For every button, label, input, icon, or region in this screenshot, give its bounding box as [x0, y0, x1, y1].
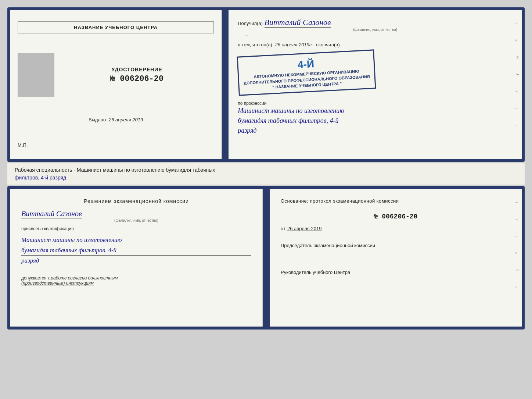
deco-dash-4: – — [515, 123, 519, 127]
specialty-underline-text: фильтров, 4-й разряд — [15, 175, 66, 181]
mp-label: М.П. — [18, 142, 28, 148]
bottom-person-block: Витталий Сазонов (фамилия, имя, отчество… — [21, 208, 251, 222]
right-edge-decorations: – и ,а ‹– – – – – — [515, 21, 519, 144]
basis-title: Основание: протокол экзаменационной коми… — [281, 198, 511, 204]
b-deco-dash-1: – — [515, 200, 519, 204]
qual-assigned-label: присвоена квалификация — [21, 226, 251, 231]
bottom-right-edge-decorations: – – – и ,а ‹– – – – – — [515, 200, 519, 329]
bottom-cert-right-panel: Основание: протокол экзаменационной коми… — [270, 189, 522, 327]
qual-line3: разряд — [21, 256, 251, 266]
completion-date: 26 апреля 2019г. — [275, 42, 313, 47]
chairman-signature-line — [281, 249, 339, 256]
cert-number: № 006206-20 — [60, 74, 214, 83]
protocol-number: № 006206-20 — [281, 213, 511, 220]
profession-label: по профессии — [238, 101, 513, 106]
middle-section: Рабочая специальность - Машинист машины … — [7, 163, 525, 185]
cert-middle-section: УДОСТОВЕРЕНИЕ № 006206-20 — [18, 53, 214, 97]
b-deco-dash-5: – — [515, 318, 519, 323]
director-signature-line — [281, 276, 339, 283]
bottom-cert-left-panel: Решением экзаменационной комиссии Виттал… — [10, 189, 263, 327]
from-date-block: от 26 апреля 2019 – — [281, 226, 511, 231]
cert-title-label: УДОСТОВЕРЕНИЕ — [60, 67, 214, 72]
deco-dash-1: – — [515, 21, 519, 25]
bottom-person-name: Витталий Сазонов — [21, 210, 82, 218]
deco-dash-5: – — [515, 140, 519, 144]
b-deco-a: ,а — [515, 268, 519, 272]
profession-name: Машинист машины по изготовлению бумагидл… — [238, 106, 513, 136]
received-label: Получил(а) — [238, 21, 263, 26]
stamp-box: 4-й АВТОНОМНУЮ НЕКОММЕРЧЕСКУЮ ОРГАНИЗАЦИ… — [238, 53, 513, 92]
chairman-block: Председатель экзаменационной комиссии — [281, 237, 511, 256]
bottom-fio-label: (фамилия, имя, отчество) — [21, 218, 251, 222]
deco-dash-3: – — [515, 106, 519, 110]
b-deco-dash-4: – — [515, 302, 519, 306]
from-date-dash: – — [323, 226, 326, 231]
photo-placeholder — [18, 53, 54, 97]
recipient-block: Получил(а) Витталий Сазонов (фамилия, им… — [238, 18, 513, 38]
issued-block: Выдано 26 апреля 2019 — [89, 116, 143, 123]
decision-title: Решением экзаменационной комиссии — [21, 198, 251, 204]
bottom-certificate: Решением экзаменационной комиссии Виттал… — [7, 186, 525, 329]
allowed-work-text: работе согласно должностным — [51, 275, 118, 281]
bottom-book-spine — [263, 189, 270, 327]
allowed-instructions-text: (производственным) инструкциям — [21, 281, 94, 286]
issued-label: Выдано 26 апреля 2019 — [89, 117, 143, 122]
book-spine — [222, 10, 229, 159]
completed-label: окончил(а) — [316, 42, 340, 47]
qual-name-block: Машинист машины по изготовлению бумагидл… — [21, 235, 251, 266]
in-that-label: в том, что он(а) — [238, 42, 272, 47]
specialty-prefix: Рабочая специальность - Машинист машины … — [15, 167, 215, 173]
director-label: Руководитель учебного Центра — [281, 269, 511, 276]
qual-line1: Машинист машины по изготовлению — [21, 235, 251, 245]
top-cert-right-panel: Получил(а) Витталий Сазонов (фамилия, им… — [229, 10, 522, 159]
deco-lt: ‹– — [515, 72, 519, 76]
cert-info-block: УДОСТОВЕРЕНИЕ № 006206-20 — [60, 67, 214, 83]
deco-letter-a: ,а — [515, 55, 519, 59]
b-deco-i: и — [515, 251, 519, 255]
completed-block: в том, что он(а) 26 апреля 2019г. окончи… — [238, 42, 513, 47]
training-center-name-top: НАЗВАНИЕ УЧЕБНОГО ЦЕНТРА — [18, 21, 214, 33]
recipient-subtext: (фамилия, имя, отчество) — [238, 28, 513, 32]
allowed-block: допускается к работе согласно должностны… — [21, 275, 251, 286]
top-cert-left-panel: НАЗВАНИЕ УЧЕБНОГО ЦЕНТРА УДОСТОВЕРЕНИЕ №… — [10, 10, 222, 159]
qual-line2: бумагидля табачных фильтров, 4-й — [21, 245, 251, 256]
from-label: от — [281, 226, 285, 231]
b-deco-lt: ‹– — [515, 285, 519, 289]
profession-block: по профессии Машинист машины по изготовл… — [238, 98, 513, 136]
director-block: Руководитель учебного Центра — [281, 262, 511, 283]
page: НАЗВАНИЕ УЧЕБНОГО ЦЕНТРА УДОСТОВЕРЕНИЕ №… — [0, 0, 532, 399]
top-certificate: НАЗВАНИЕ УЧЕБНОГО ЦЕНТРА УДОСТОВЕРЕНИЕ №… — [7, 7, 525, 162]
recipient-name: Витталий Сазонов — [265, 18, 331, 28]
b-deco-dash-3: – — [515, 234, 519, 238]
from-date-value: 26 апреля 2019 — [287, 226, 322, 231]
deco-dash-2: – — [515, 89, 519, 93]
b-deco-dash-2: – — [515, 217, 519, 221]
deco-letter-i: и — [515, 38, 519, 42]
stamp: 4-й АВТОНОМНУЮ НЕКОММЕРЧЕСКУЮ ОРГАНИЗАЦИ… — [237, 49, 376, 96]
chairman-label: Председатель экзаменационной комиссии — [281, 242, 511, 249]
